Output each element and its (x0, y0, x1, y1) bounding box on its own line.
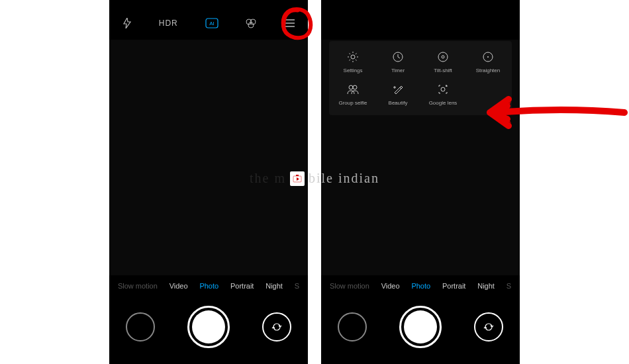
mode-video[interactable]: Video (167, 282, 191, 290)
gallery-thumbnail[interactable] (338, 312, 367, 341)
switch-camera-button[interactable] (262, 312, 291, 341)
people-icon (346, 83, 360, 96)
mode-photo[interactable]: Photo (409, 282, 433, 290)
shutter-inner (192, 310, 225, 343)
menu-label: Straighten (476, 68, 500, 73)
svg-text:AI: AI (209, 21, 215, 26)
phone-screen-right: Slow motion Video Photo Portrait Night S… (321, 0, 520, 364)
svg-point-16 (441, 87, 445, 91)
aperture-icon (436, 50, 450, 64)
mode-portrait[interactable]: Portrait (228, 282, 256, 290)
svg-point-15 (353, 85, 357, 89)
svg-point-17 (446, 85, 447, 87)
lens-icon (436, 83, 450, 96)
menu-label: Google lens (429, 100, 458, 106)
switch-camera-button[interactable] (474, 312, 503, 341)
menu-item-beautify[interactable]: Beautify (375, 83, 420, 106)
filter-icon[interactable] (245, 18, 257, 28)
shutter-row (321, 296, 520, 364)
svg-point-8 (351, 55, 355, 59)
mode-night[interactable]: Night (475, 282, 497, 290)
menu-item-straighten[interactable]: Straighten (465, 50, 510, 73)
shutter-row (109, 296, 308, 364)
svg-point-13 (487, 56, 489, 58)
shutter-button[interactable] (399, 306, 442, 348)
ai-toggle[interactable]: AI (205, 18, 218, 28)
menu-label: Settings (344, 68, 363, 73)
camera-mode-row: Slow motion Video Photo Portrait Night S (321, 275, 520, 296)
svg-point-10 (438, 52, 448, 62)
mode-photo[interactable]: Photo (197, 282, 221, 290)
camera-mode-row: Slow motion Video Photo Portrait Night S (109, 275, 308, 296)
mode-slowmotion[interactable]: Slow motion (115, 282, 160, 290)
shutter-button[interactable] (187, 306, 230, 348)
mode-portrait[interactable]: Portrait (440, 282, 468, 290)
camera-options-menu: Settings Timer Tilt-shift Straighten Gro… (329, 41, 512, 115)
hamburger-menu-icon[interactable] (284, 19, 295, 27)
gear-icon (346, 50, 360, 64)
menu-item-timer[interactable]: Timer (375, 50, 420, 73)
menu-item-googlelens[interactable]: Google lens (420, 83, 465, 106)
sparkle-icon (391, 83, 405, 96)
mode-slowmotion[interactable]: Slow motion (327, 282, 372, 290)
menu-item-groupselfie[interactable]: Group selfie (330, 83, 375, 106)
mode-night[interactable]: Night (263, 282, 285, 290)
gallery-thumbnail[interactable] (126, 312, 155, 341)
phone-screen-left: HDR AI Slow motion Video Photo Portrait … (109, 0, 308, 364)
svg-point-14 (349, 85, 353, 89)
hdr-toggle[interactable]: HDR (159, 19, 178, 28)
menu-item-tiltshift[interactable]: Tilt-shift (420, 50, 465, 73)
level-icon (481, 50, 495, 64)
mode-more[interactable]: S (292, 282, 302, 290)
camera-top-bar: HDR AI (109, 0, 308, 40)
mode-more[interactable]: S (504, 282, 514, 290)
mode-video[interactable]: Video (379, 282, 403, 290)
clock-icon (391, 50, 405, 64)
shutter-inner (404, 310, 437, 343)
camera-viewfinder[interactable] (109, 40, 308, 275)
menu-item-settings[interactable]: Settings (330, 50, 375, 73)
svg-point-11 (442, 56, 444, 58)
flash-icon[interactable] (122, 18, 132, 28)
camera-top-bar (321, 0, 520, 40)
menu-label: Timer (391, 68, 405, 73)
menu-label: Beautify (389, 100, 408, 106)
menu-label: Group selfie (338, 100, 367, 106)
menu-label: Tilt-shift (434, 68, 452, 73)
